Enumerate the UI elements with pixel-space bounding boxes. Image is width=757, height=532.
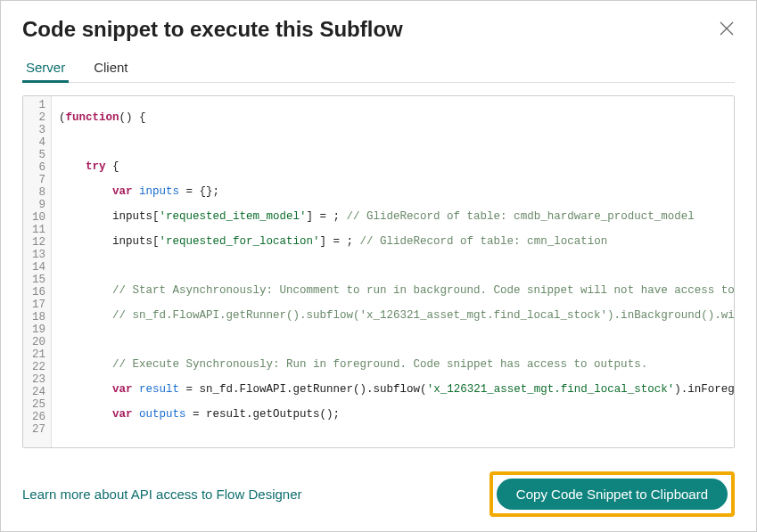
tabs: Server Client xyxy=(22,54,735,83)
modal-footer: Learn more about API access to Flow Desi… xyxy=(22,471,735,517)
learn-more-link[interactable]: Learn more about API access to Flow Desi… xyxy=(22,487,302,502)
code-editor[interactable]: 1234567891011121314151617181920212223242… xyxy=(22,95,735,448)
code-snippet-modal: Code snippet to execute this Subflow Ser… xyxy=(0,0,757,532)
modal-title: Code snippet to execute this Subflow xyxy=(22,17,403,42)
close-icon[interactable] xyxy=(719,20,735,40)
copy-highlight-box: Copy Code Snippet to Clipboard xyxy=(490,471,735,517)
tab-server[interactable]: Server xyxy=(22,54,69,83)
line-gutter: 1234567891011121314151617181920212223242… xyxy=(23,96,52,447)
modal-header: Code snippet to execute this Subflow xyxy=(22,17,735,54)
code-content[interactable]: (function() { try { var inputs = {}; inp… xyxy=(52,96,734,447)
copy-snippet-button[interactable]: Copy Code Snippet to Clipboard xyxy=(497,479,728,510)
tab-client[interactable]: Client xyxy=(90,54,131,82)
code-scroll[interactable]: 1234567891011121314151617181920212223242… xyxy=(23,96,734,447)
